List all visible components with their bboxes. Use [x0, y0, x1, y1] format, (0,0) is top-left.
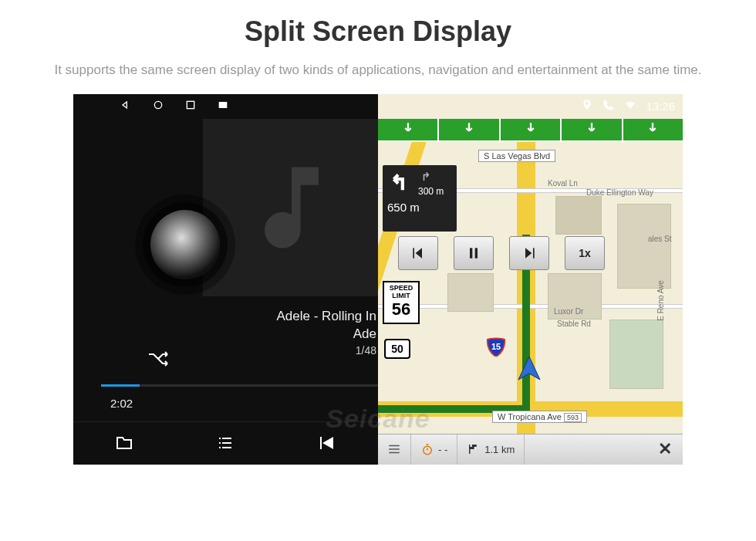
back-icon[interactable]: [120, 99, 132, 113]
music-pane: Adele - Rolling In Ade 1/48 2:02: [73, 94, 378, 465]
clock: 13:26: [646, 100, 675, 113]
elapsed-time: 2:02: [110, 397, 133, 410]
svg-rect-7: [533, 248, 535, 258]
next-track-button[interactable]: [509, 236, 549, 270]
screenshot-icon[interactable]: [217, 99, 229, 113]
lane-arrow-icon: [646, 121, 660, 138]
close-button[interactable]: ✕: [647, 439, 683, 459]
building: [555, 196, 602, 235]
svg-rect-6: [475, 248, 478, 258]
track-info: Adele - Rolling In Ade 1/48: [277, 307, 378, 359]
street-label: Koval Ln: [548, 179, 578, 188]
road-label: S Las Vegas Blvd: [478, 150, 555, 162]
timer-indicator: - -: [411, 434, 457, 465]
road: [378, 304, 683, 309]
prev-track-button[interactable]: [398, 236, 438, 270]
street-label: Stable Rd: [557, 320, 591, 328]
turn-right-icon: [418, 172, 432, 185]
lane-guidance: [378, 119, 683, 142]
svg-rect-4: [413, 248, 414, 258]
status-bar: 13:26: [73, 94, 683, 119]
location-icon: [581, 99, 593, 113]
svg-rect-10: [427, 444, 429, 445]
navigation-pane: S Las Vegas Blvd W Tropicana Ave 593 Kov…: [378, 94, 683, 465]
track-title: Adele - Rolling In: [277, 307, 376, 326]
speed-button[interactable]: 1x: [565, 236, 605, 270]
svg-rect-2: [219, 102, 228, 108]
lane-arrow-icon: [524, 121, 538, 138]
music-bottom-bar: [73, 421, 378, 465]
speed-limit-sign: SPEED LIMIT 56: [383, 281, 420, 324]
turn-panel: 300 m 650 m: [383, 165, 457, 232]
route-shield: 50: [384, 339, 410, 359]
wifi-icon: [624, 99, 636, 113]
svg-text:15: 15: [491, 342, 501, 351]
track-counter: 1/48: [277, 343, 376, 359]
previous-button[interactable]: [314, 432, 340, 454]
playback-controls: 1x: [398, 236, 605, 270]
device-frame: 13:26 Adele - Rolling In Ade 1/48 2:02: [73, 94, 683, 465]
album-art: [203, 119, 380, 296]
volume-knob[interactable]: [150, 210, 220, 279]
page-title: Split Screen Display: [0, 0, 756, 48]
progress-bar[interactable]: [101, 384, 378, 387]
vehicle-arrow-icon: [514, 353, 545, 384]
lane-arrow-icon: [401, 121, 415, 138]
street-label: Duke Ellington Way: [586, 188, 653, 197]
svg-rect-13: [474, 447, 477, 449]
building: [447, 273, 494, 312]
building: [609, 320, 663, 389]
turn-left-icon: [387, 168, 413, 198]
svg-point-0: [154, 101, 161, 108]
folder-button[interactable]: [111, 432, 137, 454]
road-label: W Tropicana Ave 593: [492, 411, 587, 423]
street-label: E Reno Ave: [656, 280, 665, 321]
svg-rect-5: [470, 248, 472, 258]
interstate-shield: 15: [486, 336, 506, 357]
playlist-button[interactable]: [212, 432, 238, 454]
page-subtitle: It supports the same screen display of t…: [0, 48, 756, 94]
street-label: ales St: [648, 235, 672, 243]
home-icon[interactable]: [152, 99, 164, 113]
pause-button[interactable]: [454, 236, 494, 270]
speed-limit-value: 56: [384, 301, 418, 318]
building: [617, 204, 671, 289]
lane-arrow-icon: [585, 121, 599, 138]
next-turn-distance: 300 m: [418, 186, 444, 197]
current-turn-distance: 650 m: [387, 201, 452, 214]
nav-bottom-bar: - - 1.1 km ✕: [378, 434, 683, 465]
svg-rect-1: [187, 101, 194, 108]
track-artist: Ade: [277, 325, 376, 343]
street-label: Luxor Dr: [554, 307, 583, 316]
phone-icon: [602, 99, 615, 113]
shuffle-icon[interactable]: [147, 350, 170, 367]
lane-arrow-icon: [462, 121, 476, 138]
distance-remaining: 1.1 km: [457, 434, 525, 465]
recents-icon[interactable]: [184, 99, 197, 113]
menu-button[interactable]: [378, 434, 411, 465]
svg-rect-3: [320, 437, 322, 449]
